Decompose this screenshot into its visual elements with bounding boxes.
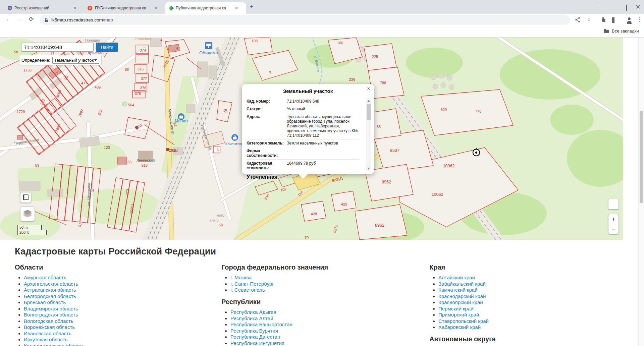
scroll-up-icon[interactable]: [367, 100, 370, 102]
region-link[interactable]: Брянская область: [24, 299, 66, 305]
region-link[interactable]: Вологодская область: [24, 318, 73, 324]
definition-filter: Определение: земельный участок: [19, 55, 101, 65]
measure-button[interactable]: [20, 192, 31, 203]
train-station-icon: [205, 42, 212, 49]
region-link[interactable]: Республика Адыгея: [230, 309, 276, 315]
window-maximize-button[interactable]: [626, 5, 627, 11]
zoom-in-button[interactable]: +: [608, 214, 619, 224]
svg-text:9: 9: [269, 70, 271, 74]
region-link[interactable]: Республика Ингушетия: [230, 340, 284, 346]
region-link[interactable]: г. Санкт-Петербург: [230, 281, 274, 287]
close-icon[interactable]: ×: [72, 5, 78, 11]
list-item: Красноярский край: [438, 300, 638, 305]
emblem-icon: [8, 6, 12, 10]
region-link[interactable]: Алтайский край: [438, 275, 475, 280]
svg-text:89: 89: [35, 163, 39, 167]
region-link[interactable]: г. Севастополь: [230, 287, 265, 293]
popup-row-label: Форма собственности:: [247, 149, 285, 158]
region-link[interactable]: Иркутская область: [24, 337, 68, 342]
tab-cadastre-map-active[interactable]: Публичная кадастровая ка ×: [165, 2, 246, 14]
share-icon[interactable]: [575, 17, 580, 23]
region-link[interactable]: Приморский край: [438, 312, 479, 318]
region-link[interactable]: Волгоградская область: [24, 312, 78, 318]
svg-text:1756: 1756: [23, 68, 32, 72]
region-link[interactable]: Красноярский край: [438, 299, 483, 305]
region-list: Республика АдыгеяРеспублика АлтайРеспубл…: [221, 309, 429, 346]
list-item: Вологодская область: [24, 319, 221, 324]
svg-text:10062: 10062: [432, 192, 443, 197]
tab-registry[interactable]: Реестр извещений ×: [4, 2, 82, 14]
scroll-down-icon[interactable]: [367, 168, 370, 170]
region-link[interactable]: Воронежская область: [24, 324, 75, 330]
list-item: Алтайский край: [438, 275, 638, 280]
svg-text:377: 377: [141, 76, 147, 80]
new-tab-button[interactable]: +: [250, 3, 253, 10]
list-item: Амурская область: [24, 275, 221, 280]
fullscreen-button[interactable]: [608, 199, 619, 210]
region-link[interactable]: Краснодарский край: [438, 293, 486, 299]
region-link[interactable]: Хабаровский край: [438, 324, 481, 330]
svg-text:504: 504: [128, 103, 134, 107]
svg-text:8962: 8962: [382, 180, 391, 184]
tab-cadastre-search[interactable]: Я ПУБличная кадастровая ка ×: [84, 2, 164, 14]
tab-strip: Реестр извещений × Я ПУБличная кадастров…: [0, 0, 644, 14]
popup-row: Кадастровая стоимость: 1644699.78 руб: [247, 160, 359, 172]
all-bookmarks-button[interactable]: Все закладки: [604, 28, 639, 34]
cadastral-search-input[interactable]: [21, 43, 94, 52]
parcel-info-popup: Земельный участок × Кад. номер: 71:14:01…: [242, 84, 374, 174]
svg-text:378: 378: [135, 92, 141, 96]
popup-row: Статус: Учтенный: [247, 105, 359, 113]
region-list: г. Москваг. Санкт-Петербургг. Севастопол…: [221, 275, 429, 292]
svg-text:4: 4: [160, 38, 162, 42]
svg-text:373: 373: [55, 70, 61, 74]
close-icon[interactable]: ×: [153, 5, 158, 11]
definition-select[interactable]: земельный участок: [52, 57, 99, 64]
svg-text:Полиция: Полиция: [85, 38, 100, 42]
region-link[interactable]: Владимирская область: [24, 306, 78, 311]
reload-icon[interactable]: ⟳: [27, 16, 36, 23]
zoom-out-button[interactable]: −: [608, 224, 619, 234]
extensions-puzzle-icon[interactable]: [600, 17, 606, 22]
region-link[interactable]: Архангельская область: [24, 281, 78, 287]
region-link[interactable]: г. Москва: [230, 275, 252, 280]
bookmark-star-icon[interactable]: ☆: [585, 16, 593, 22]
address-bar[interactable]: ik5map.roscadastres.com/map: [40, 15, 570, 25]
tab-search-chevron-icon[interactable]: [600, 6, 600, 12]
forward-icon[interactable]: →: [15, 16, 24, 22]
region-link[interactable]: Амурская область: [24, 275, 66, 280]
region-link[interactable]: Калининградская область: [24, 343, 85, 346]
list-item: Брянская область: [24, 300, 221, 305]
region-link[interactable]: Республика Дагестан: [230, 334, 280, 340]
region-link[interactable]: Белгородская область: [24, 293, 76, 299]
region-list: Амурская областьАрхангельская областьАст…: [15, 275, 221, 346]
region-link[interactable]: Пермский край: [438, 306, 473, 311]
svg-text:70: 70: [305, 236, 309, 240]
region-link[interactable]: Астраханская область: [24, 287, 76, 293]
region-link[interactable]: Ставропольский край: [438, 318, 489, 324]
scrollbar-thumb[interactable]: [367, 104, 371, 120]
zoom-control: + −: [608, 214, 619, 234]
region-link[interactable]: Республика Бурятия: [230, 328, 278, 334]
region-link[interactable]: Ивановская область: [24, 331, 71, 336]
find-button[interactable]: Найти: [96, 43, 118, 52]
tab-title: Реестр извещений: [14, 6, 70, 10]
side-panel-icon[interactable]: [614, 17, 614, 23]
menu-dots-icon[interactable]: ⋮: [635, 16, 644, 23]
region-link[interactable]: Забайкальский край: [438, 281, 486, 287]
region-link[interactable]: Камчатский край: [438, 287, 478, 293]
region-link[interactable]: Республика Башкортостан: [230, 322, 292, 327]
svg-text:477: 477: [81, 81, 87, 85]
region-link[interactable]: Республика Алтай: [230, 315, 273, 321]
popup-scrollbar[interactable]: [366, 98, 371, 171]
list-item: Республика Алтай: [230, 316, 429, 321]
svg-text:375: 375: [138, 67, 144, 71]
page-scrollbar[interactable]: [638, 38, 644, 346]
close-icon[interactable]: ×: [367, 86, 370, 92]
scrollbar-thumb[interactable]: [640, 111, 643, 203]
popup-title: Земельный участок: [242, 84, 374, 94]
back-icon[interactable]: ←: [4, 16, 13, 22]
svg-text:103: 103: [252, 39, 258, 43]
layers-button[interactable]: [20, 207, 35, 221]
svg-text:86: 86: [125, 67, 129, 71]
close-icon[interactable]: ×: [234, 5, 239, 11]
